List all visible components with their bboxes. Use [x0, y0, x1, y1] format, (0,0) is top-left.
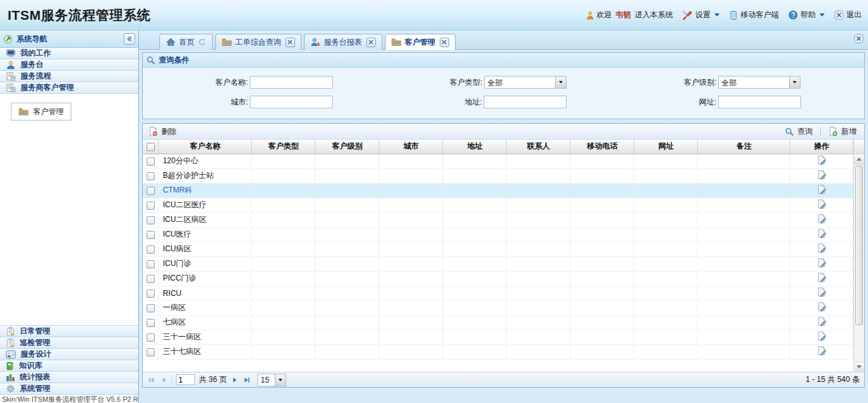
add-button[interactable]: 新增: [826, 125, 859, 138]
first-page-button[interactable]: [147, 376, 156, 384]
row-checkbox[interactable]: [147, 304, 155, 312]
sidebar-item-customer-management[interactable]: 客户管理: [11, 103, 71, 121]
table-row[interactable]: CTMR科: [143, 183, 853, 198]
address-input[interactable]: [484, 96, 567, 108]
page-size-select[interactable]: 15: [257, 374, 286, 386]
row-checkbox[interactable]: [147, 231, 155, 239]
collapse-sidebar-button[interactable]: [124, 33, 135, 45]
mobile-client-button[interactable]: 移动客户端: [729, 10, 779, 20]
sidebar-item[interactable]: 服务流程: [0, 71, 138, 82]
table-row[interactable]: B超分诊护士站: [143, 168, 853, 183]
edit-icon[interactable]: [817, 258, 827, 268]
column-header[interactable]: 联系人: [507, 140, 570, 154]
tab-close-icon[interactable]: [366, 38, 376, 47]
column-header[interactable]: 客户名称: [159, 140, 252, 154]
scrollbar-thumb[interactable]: [855, 166, 863, 325]
row-checkbox[interactable]: [147, 319, 155, 327]
logout-button[interactable]: 退出: [834, 10, 862, 20]
table-row[interactable]: ICU二区医疗: [143, 198, 853, 212]
sidebar-item[interactable]: 系统管理: [0, 383, 138, 395]
sidebar-item[interactable]: 巡检管理: [0, 337, 138, 349]
edit-icon[interactable]: [817, 184, 827, 194]
edit-icon[interactable]: [817, 228, 827, 238]
row-checkbox[interactable]: [147, 158, 155, 166]
delete-button[interactable]: 删除: [146, 125, 179, 138]
edit-icon[interactable]: [817, 214, 827, 224]
sidebar-item[interactable]: 我的工作: [0, 48, 138, 59]
column-header[interactable]: 网址: [634, 140, 698, 154]
vertical-scrollbar[interactable]: [853, 140, 864, 372]
sidebar-item[interactable]: 日常管理: [0, 326, 138, 337]
tab-3[interactable]: 客户管理: [385, 34, 456, 50]
sidebar-item[interactable]: 服务台: [0, 59, 138, 71]
tab-close-icon[interactable]: [286, 38, 295, 47]
sidebar-item[interactable]: 服务设计: [0, 349, 138, 360]
tab-close-icon[interactable]: [440, 38, 449, 47]
close-panel-button[interactable]: [854, 34, 864, 43]
row-checkbox[interactable]: [147, 333, 155, 342]
page-number-input[interactable]: [176, 374, 195, 385]
table-row[interactable]: ICU门诊: [143, 256, 853, 271]
edit-icon[interactable]: [817, 155, 827, 165]
edit-icon[interactable]: [817, 302, 827, 312]
column-header[interactable]: 移动电话: [570, 140, 634, 154]
customer-level-select[interactable]: 全部: [718, 76, 800, 89]
select-all-checkbox[interactable]: [147, 143, 155, 151]
scroll-down-button[interactable]: [854, 362, 864, 372]
city-input[interactable]: [250, 96, 333, 108]
table-row[interactable]: ICU病区: [143, 242, 853, 256]
prev-page-button[interactable]: [159, 376, 168, 384]
row-checkbox[interactable]: [147, 172, 155, 180]
table-row[interactable]: ICU医疗: [143, 227, 853, 242]
next-page-button[interactable]: [231, 376, 239, 384]
table-row[interactable]: 三十一病区: [143, 330, 853, 344]
tab-0[interactable]: 首页: [159, 34, 213, 50]
edit-icon[interactable]: [817, 287, 827, 297]
row-checkbox[interactable]: [147, 202, 155, 210]
chevron-down-icon[interactable]: [275, 374, 286, 386]
row-checkbox[interactable]: [147, 216, 155, 224]
row-checkbox[interactable]: [147, 187, 155, 195]
customer-name-input[interactable]: [250, 76, 333, 89]
row-checkbox[interactable]: [147, 260, 155, 268]
sidebar-item[interactable]: 知识库: [0, 360, 138, 372]
column-header[interactable]: 地址: [443, 140, 507, 154]
tab-2[interactable]: 服务台报表: [304, 34, 382, 50]
edit-icon[interactable]: [817, 243, 827, 253]
settings-menu[interactable]: 设置: [683, 10, 720, 20]
column-header[interactable]: 客户类型: [252, 140, 315, 154]
tab-1[interactable]: 工单综合查询: [215, 34, 301, 50]
column-header[interactable]: 操作: [790, 140, 853, 154]
website-input[interactable]: [718, 96, 801, 108]
column-header[interactable]: 城市: [379, 140, 443, 154]
help-menu[interactable]: 帮助: [788, 10, 825, 20]
row-checkbox[interactable]: [147, 275, 155, 283]
sidebar-item[interactable]: 服务商客户管理: [0, 82, 138, 94]
table-row[interactable]: 120分中心: [143, 154, 853, 168]
row-checkbox[interactable]: [147, 245, 155, 254]
customer-type-select[interactable]: 全部: [484, 76, 567, 89]
column-header[interactable]: 备注: [698, 140, 790, 154]
last-page-button[interactable]: [243, 376, 251, 384]
sidebar-item[interactable]: 统计报表: [0, 372, 138, 383]
scroll-up-button[interactable]: [854, 154, 864, 165]
table-row[interactable]: RICU: [143, 286, 853, 300]
table-row[interactable]: 一病区: [143, 300, 853, 315]
row-checkbox[interactable]: [147, 289, 155, 298]
edit-icon[interactable]: [817, 331, 827, 341]
edit-icon[interactable]: [817, 170, 827, 180]
chevron-down-icon[interactable]: [555, 77, 566, 88]
edit-icon[interactable]: [817, 316, 827, 326]
search-button[interactable]: 查询: [782, 125, 815, 138]
edit-icon[interactable]: [817, 272, 827, 282]
edit-icon[interactable]: [817, 199, 827, 209]
edit-icon[interactable]: [817, 346, 827, 356]
column-header[interactable]: 客户级别: [315, 140, 379, 154]
table-row[interactable]: 七病区: [143, 315, 853, 330]
table-row[interactable]: PICC门诊: [143, 271, 853, 286]
table-row[interactable]: ICU二区病区: [143, 212, 853, 227]
empty-cell: [315, 300, 379, 315]
chevron-down-icon[interactable]: [789, 77, 800, 88]
row-checkbox[interactable]: [147, 348, 155, 356]
table-row[interactable]: 三十七病区: [143, 344, 853, 359]
